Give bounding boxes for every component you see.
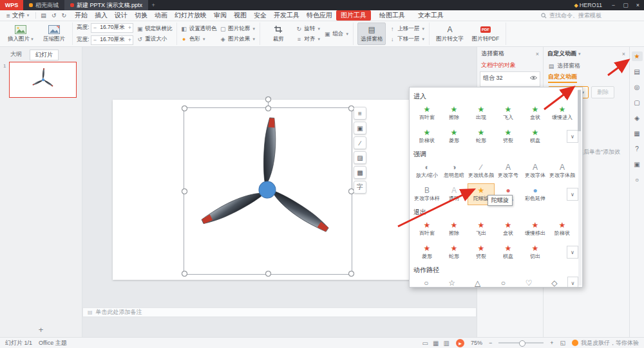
effect-item[interactable]: ★百叶窗 [413,218,440,240]
lock-ratio-button[interactable]: ▣锁定纵横比 [137,25,173,33]
effect-item[interactable]: ∕更改线条颜色 [468,160,495,182]
effect-item[interactable]: ○ [413,276,439,288]
tab-picture-tools[interactable]: 图片工具 [336,10,371,21]
picture-to-text-button[interactable]: A 图片转文字 [433,23,466,45]
bring-forward-button[interactable]: ↑上移一层▼ [389,25,425,33]
effect-item[interactable]: ★飞入 [495,102,522,124]
slideshow-play-button[interactable]: ▶ [456,339,464,347]
menu-item[interactable]: 视图 [234,11,247,20]
picture-to-pdf-button[interactable]: PDF 图片转PDF [469,23,502,45]
crop-button[interactable]: 裁剪 [264,23,292,45]
effect-item[interactable]: ★切出 [522,241,549,263]
delete-effect-button[interactable]: 删除 [591,86,614,98]
menu-item[interactable]: 安全 [254,11,267,20]
find-replace-icon[interactable]: ◎ [632,82,643,92]
menu-item[interactable]: 幻灯片放映 [175,11,207,20]
zoom-in-button[interactable]: + [550,340,553,346]
height-increase-button[interactable]: + [126,24,133,31]
resources-pane-icon[interactable]: ▣ [632,160,643,169]
tab-docer-store[interactable]: 稻壳商城 [23,0,64,10]
resize-handle-sw[interactable] [182,271,187,277]
effect-item[interactable]: ★擦除 [440,218,468,240]
effect-item[interactable]: ○ [490,276,516,288]
picture-outline-button[interactable]: ▢图片轮廓▼ [220,25,256,33]
effect-item[interactable]: A更改字体 [522,160,549,182]
normal-view-icon[interactable]: ▭ [422,340,428,347]
effect-item[interactable]: A更改字号 [495,160,522,182]
resize-handle-nw[interactable] [182,105,187,111]
quick-layout-button[interactable]: ≡ [354,107,366,120]
effect-item[interactable]: ★出现 [468,102,495,124]
resize-handle-n[interactable] [265,105,271,111]
effect-item[interactable]: ★劈裂 [495,125,522,147]
styles-pane-icon[interactable]: ◈ [632,113,643,123]
effect-item[interactable]: ★阶梯状 [413,125,440,147]
slide-canvas[interactable]: ≡▣∕▨▩字 [113,100,422,280]
properties-pane-icon[interactable]: ▤ [632,67,643,77]
save-icon[interactable]: ▤ [40,12,47,19]
align-button[interactable]: ≡对齐▼ [296,35,321,43]
menu-item[interactable]: 审阅 [214,11,227,20]
effect-item[interactable]: ♡ [516,276,542,288]
tab-outline[interactable]: 大纲 [5,50,27,60]
close-pane-icon[interactable]: × [622,51,625,57]
effect-item[interactable]: ★缓慢移出 [522,218,549,240]
effect-item[interactable]: ★阶梯状 [549,218,576,240]
picture-effects-button[interactable]: ◈图片效果▼ [220,35,256,43]
width-decrease-button[interactable]: − [91,37,98,43]
tab-slides[interactable]: 幻灯片 [30,50,59,60]
menu-item[interactable]: 开始 [75,11,88,20]
redo-icon[interactable]: ↻ [61,12,67,19]
tab-text-tools[interactable]: 文本工具 [413,10,448,21]
chart-pane-icon[interactable]: ▦ [632,129,643,138]
command-search[interactable]: 查找命令、搜索模板 [541,12,601,20]
add-slide-button[interactable]: + [0,325,82,334]
menu-item[interactable]: 插入 [95,11,108,20]
wps-logo[interactable]: WPS [0,0,23,10]
effect-item[interactable]: ●彩色延伸 [522,183,549,205]
skin-promo[interactable]: 我是皮肤仔，等你体验 [572,339,639,347]
effect-item[interactable]: A透明 [440,183,468,205]
section-more-button[interactable]: ∨ [567,277,578,288]
compress-picture-button[interactable]: 压缩图片 [40,23,68,45]
section-more-button[interactable]: ∨ [567,188,578,201]
effect-item[interactable]: ◑忽明忽暗 [440,160,468,182]
effect-item[interactable]: △ [465,276,491,288]
zoom-out-button[interactable]: − [489,340,492,346]
visibility-eye-icon[interactable] [530,75,537,82]
section-more-button[interactable]: ∨ [567,130,578,143]
width-input[interactable]: − 16.70厘米 + [91,35,133,45]
file-menu[interactable]: ≡ 文件 ▾ [4,11,32,20]
chevron-down-icon[interactable]: ▾ [578,51,581,57]
resize-handle-s[interactable] [265,271,271,277]
help-pane-icon[interactable]: ? [632,144,643,154]
reading-view-icon[interactable]: ▥ [443,340,449,347]
new-tab-button[interactable]: + [148,2,158,8]
insert-picture-button[interactable]: 插入图片▼ [5,23,37,45]
effect-item[interactable]: B更改字体样式 [413,183,440,205]
animation-pane-icon[interactable]: ★ [632,51,643,61]
notes-bar[interactable]: ▤ 单击此处添加备注 [82,307,477,317]
effect-item[interactable]: ★擦除 [440,102,468,124]
menu-item[interactable]: 动画 [155,11,167,20]
pen-button[interactable]: ∕ [354,136,366,149]
section-more-button[interactable]: ∨ [567,246,578,259]
effect-item[interactable]: ★缓慢进入 [549,102,576,124]
tab-document[interactable]: 新建 PPTX 演示文稿.pptx [64,0,148,10]
menu-item[interactable]: 设计 [115,11,128,20]
scrollbar-thumb[interactable] [578,90,581,131]
effect-item[interactable]: ★棋盘 [522,125,549,147]
color-button[interactable]: ●色彩▼ [181,35,217,43]
tab-drawing-tools[interactable]: 绘图工具 [375,10,410,21]
group-button[interactable]: ▣组合▼ [324,30,349,38]
close-pane-icon[interactable]: × [536,51,539,57]
resize-handle-w[interactable] [182,188,187,194]
effect-item[interactable]: ◇ [542,276,567,288]
send-backward-button[interactable]: ↓下移一层▼ [389,35,425,43]
slide-sorter-icon[interactable]: ▦ [433,340,439,347]
close-button[interactable]: × [632,0,644,10]
text-tool-button[interactable]: 字 [354,181,366,194]
reset-size-button[interactable]: ↺重设大小 [137,35,173,43]
effect-item[interactable]: ★蛇形 [440,241,468,263]
menu-item[interactable]: 切换 [135,11,147,20]
